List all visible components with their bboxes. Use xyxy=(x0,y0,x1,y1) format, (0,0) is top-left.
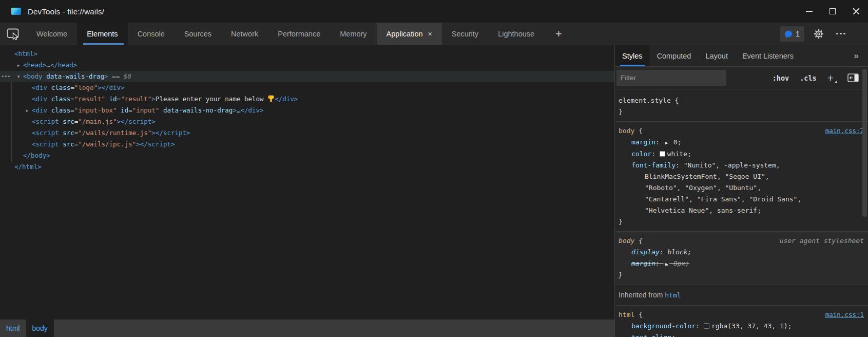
tree-row[interactable]: ▶<div class="input-box" id="input" data-… xyxy=(0,105,614,116)
code-segment: $0 xyxy=(124,72,131,80)
property-value[interactable]: 8px; xyxy=(673,259,689,267)
property-value-wrapped[interactable]: "Cantarell", "Fira Sans", "Droid Sans", xyxy=(619,194,864,205)
property-value[interactable]: rgba(33, 37, 43, 1); xyxy=(711,322,792,330)
tree-row[interactable]: <script src="/wails/runtime.js"></script… xyxy=(0,127,614,139)
rule-selector[interactable]: element.style xyxy=(619,97,671,104)
close-brace: } xyxy=(619,106,864,118)
tab-label: Console xyxy=(138,30,165,38)
tree-row[interactable]: ▼<body data-wails-drag> == $0 xyxy=(0,71,614,82)
close-button[interactable] xyxy=(844,0,868,23)
tab-label: Memory xyxy=(340,30,367,38)
css-declaration-display[interactable]: display: block; xyxy=(619,247,864,258)
property-value[interactable]: "Nunito", -apple-system, xyxy=(684,161,780,169)
tab-label: Welcome xyxy=(36,30,67,38)
tree-row[interactable]: ▶<head>…</head> xyxy=(0,60,614,71)
element-classes-toggle[interactable]: .cls xyxy=(800,74,817,82)
styles-tab-computed[interactable]: Computed xyxy=(650,45,699,66)
tab-security[interactable]: Security xyxy=(442,23,488,45)
more-tabs-button[interactable]: + xyxy=(544,23,573,45)
tree-row[interactable]: <script src="/main.js"></script> xyxy=(0,116,614,127)
style-filter-input[interactable] xyxy=(616,70,726,86)
rule-selector[interactable]: body xyxy=(619,127,634,135)
inherited-node-link[interactable]: html xyxy=(665,291,681,299)
tab-performance[interactable]: Performance xyxy=(268,23,330,45)
css-declaration-margin[interactable]: margin: ▶ 0; xyxy=(619,137,864,148)
inherited-from-header: Inherited from html xyxy=(615,285,868,306)
styles-sidebar: StylesComputedLayoutEvent Listeners » :h… xyxy=(615,45,868,337)
new-style-rule-button[interactable]: + xyxy=(827,72,837,84)
property-name[interactable]: background-color xyxy=(631,322,696,330)
code-segment: </div> xyxy=(240,106,263,114)
collapse-arrow-icon[interactable]: ▼ xyxy=(15,71,22,82)
property-name[interactable]: font-family xyxy=(631,161,676,169)
open-brace: { xyxy=(634,311,643,319)
dom-tree: <html>▶<head>…</head>▼<body data-wails-d… xyxy=(0,45,614,320)
close-brace: } xyxy=(619,216,864,228)
tab-welcome[interactable]: Welcome xyxy=(27,23,77,45)
stylesheet-link[interactable]: main.css:7 xyxy=(825,125,864,137)
stylesheet-link[interactable]: main.css:1 xyxy=(825,309,864,321)
minimize-button[interactable] xyxy=(797,0,821,23)
property-value[interactable]: block; xyxy=(667,248,691,256)
tree-row[interactable]: </html> xyxy=(0,161,614,173)
property-value[interactable]: white; xyxy=(667,150,691,158)
styles-tab-layout[interactable]: Layout xyxy=(698,45,735,66)
expand-value-icon[interactable]: ▶ xyxy=(665,261,668,267)
inspect-element-button[interactable] xyxy=(0,23,27,45)
property-name[interactable]: margin xyxy=(631,138,655,146)
sidebar-toggle-icon[interactable] xyxy=(847,73,859,82)
property-value-wrapped[interactable]: "Helvetica Neue", sans-serif; xyxy=(619,205,864,216)
styles-toolbar: :hov .cls + xyxy=(615,67,868,89)
css-declaration-color[interactable]: color: white; xyxy=(619,148,864,160)
tree-row[interactable]: <div class="logo"></div> xyxy=(0,82,614,93)
tree-row[interactable]: <div class="result" id="result">Please e… xyxy=(0,93,614,105)
rule-selector[interactable]: html xyxy=(619,311,634,319)
property-name[interactable]: display xyxy=(631,248,660,256)
styles-rules-list: element.style {}main.css:7body {margin: … xyxy=(615,89,868,337)
expand-arrow-icon[interactable]: ▶ xyxy=(15,60,22,71)
property-value-wrapped[interactable]: "Roboto", "Oxygen", "Ubuntu", xyxy=(619,182,864,194)
breadcrumb-body[interactable]: body xyxy=(26,320,53,337)
tab-network[interactable]: Network xyxy=(221,23,268,45)
tab-application[interactable]: Application× xyxy=(377,23,442,45)
css-declaration-margin[interactable]: margin: ▶ 8px; xyxy=(619,258,864,270)
maximize-button[interactable] xyxy=(821,0,844,23)
property-name[interactable]: text-align xyxy=(631,333,671,337)
tab-elements[interactable]: Elements xyxy=(77,23,127,45)
pseudo-state-toggle[interactable]: :hov xyxy=(773,74,789,82)
color-swatch[interactable] xyxy=(704,323,709,329)
tab-memory[interactable]: Memory xyxy=(330,23,376,45)
property-value-wrapped[interactable]: BlinkMacSystemFont, "Segoe UI", xyxy=(619,171,864,182)
tab-overflow-button[interactable]: » xyxy=(845,45,868,66)
more-options-button[interactable] xyxy=(833,26,848,42)
expand-value-icon[interactable]: ▶ xyxy=(665,140,668,145)
node-options-icon[interactable] xyxy=(2,76,10,77)
tab-label: Network xyxy=(231,30,258,38)
color-swatch[interactable] xyxy=(660,151,665,157)
breadcrumb-html[interactable]: html xyxy=(0,320,26,337)
css-declaration-font-family[interactable]: font-family: "Nunito", -apple-system, xyxy=(619,160,864,171)
colon: : xyxy=(655,138,664,146)
tab-bar-right-actions: 1 xyxy=(780,23,868,45)
css-declaration-background-color[interactable]: background-color: rgba(33, 37, 43, 1); xyxy=(619,321,864,332)
rule-selector[interactable]: body xyxy=(619,237,634,245)
tree-row[interactable]: </body> xyxy=(0,150,614,161)
tab-sources[interactable]: Sources xyxy=(175,23,221,45)
settings-button[interactable] xyxy=(811,26,826,42)
colon: : xyxy=(676,161,684,169)
expand-arrow-icon[interactable]: ▶ xyxy=(24,105,30,116)
tab-lighthouse[interactable]: Lighthouse xyxy=(488,23,544,45)
css-declaration-text-align[interactable]: text-align: xyxy=(619,332,864,337)
styles-scrollbar[interactable] xyxy=(862,69,867,217)
tree-row[interactable]: <html> xyxy=(0,48,614,60)
property-name[interactable]: margin xyxy=(631,259,655,267)
property-value[interactable]: 0; xyxy=(673,138,682,146)
devtools-app-icon xyxy=(11,8,21,15)
close-tab-icon[interactable]: × xyxy=(428,30,432,38)
styles-tab-styles[interactable]: Styles xyxy=(615,45,650,66)
property-name[interactable]: color xyxy=(631,150,651,158)
tree-row[interactable]: <script src="/wails/ipc.js"></script> xyxy=(0,139,614,150)
issues-button[interactable]: 1 xyxy=(780,26,804,42)
styles-tab-event-listeners[interactable]: Event Listeners xyxy=(735,45,801,66)
tab-console[interactable]: Console xyxy=(128,23,175,45)
